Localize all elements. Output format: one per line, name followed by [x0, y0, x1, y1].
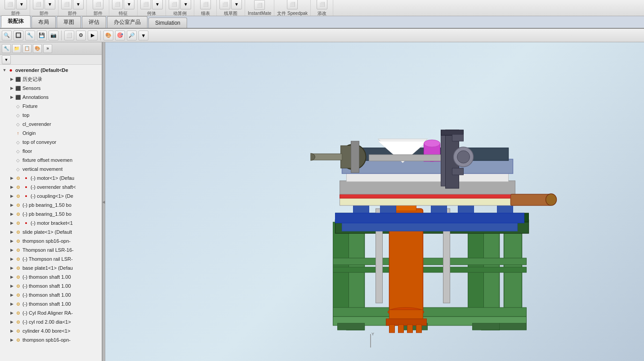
parts-btn-1[interactable]: ⬜: [4, 0, 15, 9]
origin-expand[interactable]: [9, 130, 14, 136]
panel-icon-2[interactable]: 📁: [12, 44, 21, 53]
tree-item-fixture-offset[interactable]: ◇ fixture offset movemen: [0, 156, 102, 165]
vertical-expand[interactable]: [9, 166, 14, 172]
view-btn-zoom[interactable]: 🔍: [2, 31, 12, 40]
thompson2-expand[interactable]: ▶: [9, 337, 14, 343]
motor-bracket-expand[interactable]: ▶: [9, 220, 14, 226]
geometry-btn[interactable]: ⬜: [140, 0, 151, 9]
view-btn-camera[interactable]: 📷: [49, 31, 58, 40]
parts-btn-2[interactable]: ▼: [16, 0, 27, 9]
panel-icon-4[interactable]: 🎨: [33, 44, 42, 53]
tab-layout[interactable]: 布局: [31, 16, 56, 28]
geometry-btn-2[interactable]: ▼: [152, 0, 163, 9]
tree-item-thomson1[interactable]: ▶ ⚙ (-) thomson shaft 1.00: [0, 272, 102, 281]
tree-item-history[interactable]: ▶ ⬛ 历史记录: [0, 75, 102, 84]
view-btn-dropdown[interactable]: ▼: [139, 31, 148, 40]
panel-expand[interactable]: »: [43, 44, 52, 53]
tree-item-thompson2[interactable]: ▶ ⚙ thompson spb16-opn-: [0, 335, 102, 344]
tree-item-top[interactable]: ◇ top: [0, 111, 102, 120]
tree-item-thomson4[interactable]: ▶ ⚙ (-) thomson shaft 1.00: [0, 299, 102, 308]
tree-item-floor[interactable]: ◇ floor: [0, 147, 102, 156]
floor-expand[interactable]: [9, 148, 14, 154]
tree-item-cyl-rod-aligner[interactable]: ▶ ⚙ (-) Cyl Rod Aligner RA-: [0, 308, 102, 317]
tree-item-origin[interactable]: ↑ Origin: [0, 129, 102, 138]
tree-item-slide-plate[interactable]: ▶ ⚙ slide plate<1> (Default: [0, 227, 102, 236]
tree-item-vertical[interactable]: ◇ vertical movement: [0, 165, 102, 174]
tree-root[interactable]: ▼ ● overender (Default<De: [0, 66, 102, 75]
tree-item-thompson1[interactable]: ▶ ⚙ thompson spb16-opn-: [0, 236, 102, 245]
fixture-offset-expand[interactable]: [9, 157, 14, 163]
tab-evaluate[interactable]: 评估: [82, 16, 106, 28]
motor-expand[interactable]: ▶: [9, 175, 14, 181]
tree-item-coupling[interactable]: ▶ ⚙ ● (-) coupling<1> (De: [0, 192, 102, 201]
thomson3-expand[interactable]: ▶: [9, 292, 14, 298]
shaft-expand[interactable]: ▶: [9, 184, 14, 190]
root-expand[interactable]: ▼: [2, 67, 7, 73]
view-btn-target[interactable]: 🎯: [115, 31, 125, 40]
view-btn-zoom3[interactable]: 🔎: [127, 31, 137, 40]
cyl-rod-aligner-expand[interactable]: ▶: [9, 310, 14, 316]
tree-item-annotations[interactable]: ▶ ⬛ Annotations: [0, 93, 102, 102]
parts-btn-4[interactable]: ▼: [45, 0, 55, 9]
tab-sketch[interactable]: 草图: [57, 16, 81, 28]
tree-item-cylinder[interactable]: ▶ ⚙ cylinder 4.00 bore<1>: [0, 326, 102, 335]
fixture-expand[interactable]: [9, 103, 14, 109]
filter-btn[interactable]: ▼: [2, 55, 11, 64]
parts-btn-7[interactable]: ⬜: [93, 0, 103, 9]
tree-item-sensors[interactable]: ▶ ⬛ Sensors: [0, 84, 102, 93]
tree-item-thomson3[interactable]: ▶ ⚙ (-) thomson shaft 1.00: [0, 290, 102, 299]
thomson2-expand[interactable]: ▶: [9, 283, 14, 289]
top-expand[interactable]: [9, 112, 14, 118]
viewport[interactable]: Y: [105, 42, 644, 361]
coupling-expand[interactable]: ▶: [9, 193, 14, 199]
tree-item-thomson2[interactable]: ▶ ⚙ (-) thomson shaft 1.00: [0, 281, 102, 290]
feature-btn[interactable]: ⬜: [112, 0, 123, 9]
panel-icon-1[interactable]: 🔧: [2, 44, 11, 53]
cl-expand[interactable]: [9, 121, 14, 127]
tree-item-shaft[interactable]: ▶ ⚙ ● (-) overrender shaft<: [0, 183, 102, 192]
modify-btn[interactable]: ⬜: [317, 0, 327, 9]
sketch-btn-2[interactable]: ▼: [231, 0, 242, 9]
sensors-expand[interactable]: ▶: [9, 85, 14, 91]
thompson1-expand[interactable]: ▶: [9, 238, 14, 244]
tree-item-bearing1[interactable]: ▶ ⚙ (-) pb bearing_1.50 bo: [0, 201, 102, 209]
tree-item-bearing2[interactable]: ▶ ⚙ (-) pb bearing_1.50 bo: [0, 209, 102, 218]
view-btn-color[interactable]: 🎨: [103, 31, 113, 40]
tab-assembly[interactable]: 装配体: [1, 15, 31, 28]
tree-item-thompson-rail1[interactable]: ▶ ⚙ Thompson rail LSR-16-: [0, 245, 102, 254]
annotations-expand[interactable]: ▶: [9, 94, 14, 100]
view-btn-save[interactable]: 💾: [37, 31, 47, 40]
tab-office[interactable]: 办公室产品: [107, 16, 148, 28]
tree-item-top-conveyor[interactable]: ◇ top of conveyor: [0, 138, 102, 147]
top-conveyor-expand[interactable]: [9, 139, 14, 145]
view-btn-arr2[interactable]: ▶: [88, 31, 98, 40]
feature-btn-2[interactable]: ▼: [124, 0, 134, 9]
anim-btn-2[interactable]: ▼: [180, 0, 191, 9]
thompson-rail1-expand[interactable]: ▶: [9, 247, 14, 253]
sketch-btn[interactable]: ⬜: [219, 0, 230, 9]
slide-plate-expand[interactable]: ▶: [9, 229, 14, 235]
bearing1-expand[interactable]: ▶: [9, 202, 14, 208]
parts-btn-6[interactable]: ▼: [73, 0, 84, 9]
parts-btn-5[interactable]: ⬜: [61, 0, 72, 9]
view-btn-zoom2[interactable]: 🔲: [13, 31, 23, 40]
tree-item-cl[interactable]: ◇ cl_overender: [0, 120, 102, 129]
thompson-rail2-expand[interactable]: ▶: [9, 256, 14, 262]
thomson4-expand[interactable]: ▶: [9, 301, 14, 307]
view-btn-tool[interactable]: 🔧: [25, 31, 35, 40]
bearing2-expand[interactable]: ▶: [9, 211, 14, 217]
tree-item-motor[interactable]: ▶ ⚙ ● (-) motor<1> (Defau: [0, 174, 102, 183]
panel-icon-3[interactable]: 📋: [22, 44, 31, 53]
tree-item-motor-bracket[interactable]: ▶ ⚙ ● (-) motor bracket<1: [0, 218, 102, 227]
tab-simulation[interactable]: Simulation: [148, 18, 187, 28]
table-btn[interactable]: ⬜: [200, 0, 211, 9]
tree-item-base-plate[interactable]: ▶ ⚙ base plate1<1> (Defau: [0, 263, 102, 272]
tree-item-cyl-rod[interactable]: ▶ ⚙ (-) cyl rod 2.00 dia<1>: [0, 317, 102, 326]
anim-btn[interactable]: ⬜: [169, 0, 179, 9]
thomson1-expand[interactable]: ▶: [9, 274, 14, 280]
tree-item-thompson-rail2[interactable]: ▶ ⚙ (-) Thompson rail LSR-: [0, 254, 102, 263]
history-expand[interactable]: ▶: [9, 76, 14, 82]
cylinder-expand[interactable]: ▶: [9, 328, 14, 334]
instantmate-btn[interactable]: ⬜: [254, 0, 265, 10]
parts-btn-3[interactable]: ⬜: [33, 0, 44, 9]
